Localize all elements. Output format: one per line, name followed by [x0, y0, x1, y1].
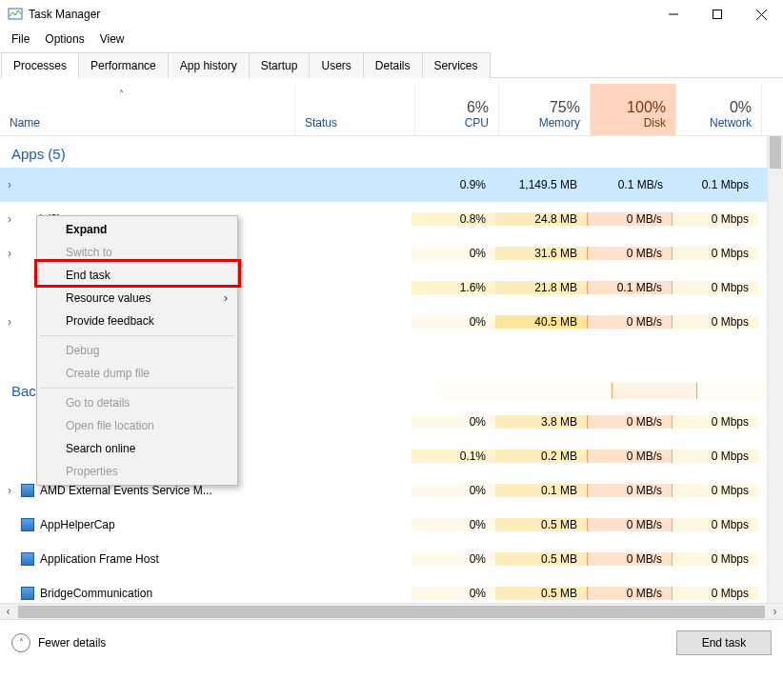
scroll-left-icon[interactable]: ‹ — [0, 604, 16, 619]
horizontal-scrollbar[interactable]: ‹ › — [0, 603, 783, 619]
ctx-debug: Debug — [39, 339, 235, 362]
column-name[interactable]: Name — [0, 84, 295, 135]
process-row[interactable]: Application Frame Host 0% 0.5 MB 0 MB/s … — [0, 542, 783, 576]
ctx-open-file-location: Open file location — [39, 414, 235, 437]
tab-services[interactable]: Services — [422, 52, 491, 78]
service-icon — [19, 552, 36, 566]
ctx-expand[interactable]: Expand — [39, 218, 235, 241]
tab-app-history[interactable]: App history — [168, 52, 250, 78]
scrollbar-thumb[interactable] — [770, 136, 781, 169]
window-controls — [652, 0, 783, 29]
column-memory[interactable]: 75% Memory — [499, 84, 591, 135]
ctx-separator — [40, 335, 234, 336]
column-status[interactable]: Status — [295, 84, 415, 135]
ctx-switch-to: Switch to — [39, 241, 235, 264]
ctx-separator — [40, 388, 234, 389]
scroll-right-icon[interactable]: › — [767, 604, 783, 619]
process-row[interactable]: AppHelperCap 0% 0.5 MB 0 MB/s 0 Mbps — [0, 508, 783, 542]
expand-icon[interactable]: › — [0, 247, 19, 260]
column-header: ˄ Name Status 6% CPU 75% Memory 100% Dis… — [0, 84, 783, 136]
sort-caret-icon: ˄ — [119, 89, 124, 99]
tab-strip: Processes Performance App history Startu… — [0, 51, 783, 78]
ctx-resource-values[interactable]: Resource values — [39, 287, 235, 310]
close-button[interactable] — [739, 0, 783, 29]
ctx-provide-feedback[interactable]: Provide feedback — [39, 310, 235, 332]
maximize-button[interactable] — [695, 0, 739, 29]
vertical-scrollbar[interactable] — [767, 136, 783, 603]
menu-view[interactable]: View — [92, 30, 132, 48]
footer: ˄ Fewer details End task — [0, 619, 783, 665]
service-icon — [19, 484, 36, 497]
menu-options[interactable]: Options — [37, 30, 91, 48]
scrollbar-thumb[interactable] — [18, 606, 765, 618]
tab-details[interactable]: Details — [363, 52, 423, 78]
tab-processes[interactable]: Processes — [1, 52, 79, 78]
service-icon — [19, 518, 36, 531]
menu-bar: File Options View — [0, 29, 783, 51]
title-bar: Task Manager — [0, 0, 783, 29]
expand-icon[interactable]: › — [0, 315, 19, 329]
window-title: Task Manager — [29, 8, 100, 21]
ctx-properties: Properties — [39, 460, 235, 483]
group-apps[interactable]: Apps (5) — [0, 136, 783, 168]
fewer-details-toggle[interactable]: ˄ Fewer details — [11, 633, 106, 652]
ctx-go-to-details: Go to details — [39, 391, 235, 414]
ctx-end-task[interactable]: End task — [39, 264, 235, 287]
svg-rect-2 — [713, 10, 722, 19]
column-network[interactable]: 0% Network — [676, 84, 762, 135]
expand-icon[interactable]: › — [0, 484, 19, 497]
column-disk[interactable]: 100% Disk — [591, 84, 676, 135]
tab-users[interactable]: Users — [309, 52, 363, 78]
tab-startup[interactable]: Startup — [249, 52, 311, 78]
chevron-up-icon: ˄ — [11, 633, 30, 652]
ctx-search-online[interactable]: Search online — [39, 437, 235, 460]
menu-file[interactable]: File — [4, 30, 37, 48]
end-task-button[interactable]: End task — [676, 630, 772, 655]
svg-rect-0 — [9, 9, 22, 19]
app-icon — [8, 7, 23, 22]
expand-icon[interactable]: › — [0, 178, 19, 191]
service-icon — [19, 587, 36, 600]
process-row[interactable]: › 0.9% 1,149.5 MB 0.1 MB/s 0.1 Mbps — [0, 168, 783, 202]
column-cpu[interactable]: 6% CPU — [415, 84, 499, 135]
expand-icon[interactable]: › — [0, 212, 19, 226]
process-row[interactable]: BridgeCommunication 0% 0.5 MB 0 MB/s 0 M… — [0, 576, 783, 603]
tab-performance[interactable]: Performance — [78, 52, 169, 78]
context-menu: Expand Switch to End task Resource value… — [36, 215, 238, 486]
ctx-create-dump: Create dump file — [39, 362, 235, 385]
minimize-button[interactable] — [652, 0, 695, 29]
